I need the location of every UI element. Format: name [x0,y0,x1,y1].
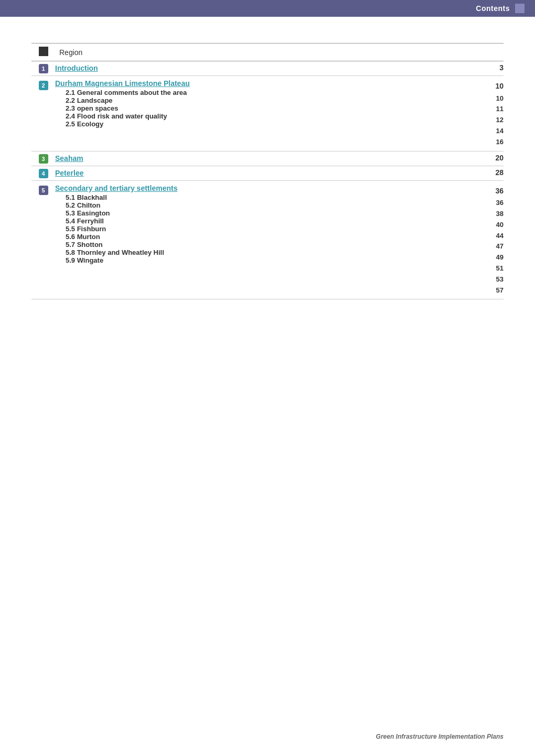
page-cell-1: 3 [472,61,504,76]
toc-row-2: 2 Durham Magnesian Limestone Plateau 2.1… [31,76,504,152]
sub-title-5-8: 5.8 Thornley and Wheatley Hill [55,249,164,256]
sub-page-5-9: 57 [488,285,504,296]
title-cell-5: Secondary and tertiary settlements 5.1 B… [55,180,472,299]
page-num-1: 3 [499,63,504,72]
header-bar: Contents [0,0,535,17]
sub-item-5-3: 5.3 Easington [55,209,472,217]
page-cell-4: 28 [472,166,504,180]
sub-title-5-4: 5.4 Ferryhill [55,217,104,225]
sub-page-5-1: 36 [488,198,504,209]
sub-title-2-2: 2.2 Landscape [55,96,113,104]
sub-page-5-3: 40 [488,220,504,231]
sub-title-5-5: 5.5 Fishburn [55,225,106,233]
sub-page-5-5: 47 [488,241,504,252]
sub-item-5-5: 5.5 Fishburn [55,225,472,233]
page-num-4: 28 [495,168,504,177]
sub-item-5-9: 5.9 Wingate [55,256,472,264]
sub-item-5-1: 5.1 Blackhall [55,193,472,201]
sub-page-5-4: 44 [488,231,504,242]
sub-item-5-7: 5.7 Shotton [55,241,472,249]
sub-title-2-1: 2.1 General comments about the area [55,89,187,96]
header-region-label: Region [55,48,82,57]
badge-cell-4: 4 [31,166,55,180]
toc-header-row: Region [31,44,504,61]
sub-page-2-1: 10 [488,93,504,104]
sub-page-5-7: 51 [488,263,504,274]
badge-3: 3 [39,154,48,164]
sub-item-5-2: 5.2 Chilton [55,201,472,209]
link-seaham[interactable]: Seaham [55,154,83,163]
link-secondary[interactable]: Secondary and tertiary settlements [55,184,472,192]
sub-title-5-7: 5.7 Shotton [55,241,103,249]
header-icon-cell [31,44,55,61]
sub-page-2-5: 16 [488,137,504,148]
header-title: Contents [476,4,510,13]
page-num-5: 36 [495,184,504,198]
badge-cell-3: 3 [31,151,55,166]
sub-page-2-2: 11 [488,104,504,115]
sub-title-5-2: 5.2 Chilton [55,201,100,209]
page-cell-3: 20 [472,151,504,166]
sub-title-5-9: 5.9 Wingate [55,256,103,264]
sub-items-2: 2.1 General comments about the area 2.2 … [55,89,472,128]
sub-title-5-6: 5.6 Murton [55,233,100,241]
title-cell-3: Seaham [55,151,472,166]
footer-text: Green Infrastructure Implementation Plan… [376,733,504,740]
sub-item-2-2: 2.2 Landscape [55,96,472,104]
sub-title-2-4: 2.4 Flood risk and water quality [55,112,167,120]
sub-item-2-3: 2.3 open spaces [55,104,472,112]
link-introduction[interactable]: Introduction [55,64,98,72]
sub-item-2-4: 2.4 Flood risk and water quality [55,112,472,120]
sub-item-2-5: 2.5 Ecology [55,120,472,128]
footer: Green Infrastructure Implementation Plan… [376,733,504,740]
badge-2: 2 [39,81,48,90]
badge-cell-1: 1 [31,61,55,76]
toc-row-4: 4 Peterlee 28 [31,166,504,180]
title-cell-2: Durham Magnesian Limestone Plateau 2.1 G… [55,76,472,152]
title-cell-1: Introduction [55,61,472,76]
header-region-cell: Region [55,44,472,61]
toc-row-1: 1 Introduction 3 [31,61,504,76]
badge-1: 1 [39,64,48,73]
toc-row-3: 3 Seaham 20 [31,151,504,166]
page-num-3: 20 [495,154,504,162]
header-accent [515,4,525,13]
link-durham[interactable]: Durham Magnesian Limestone Plateau [55,79,472,88]
sub-item-2-1: 2.1 General comments about the area [55,89,472,96]
header-page-cell [472,44,504,61]
sub-title-2-5: 2.5 Ecology [55,120,103,128]
sub-item-5-6: 5.6 Murton [55,233,472,241]
region-icon [39,47,48,56]
toc-table: Region 1 Introduction 3 2 Durham Magnesi… [31,43,504,299]
sub-items-5: 5.1 Blackhall 5.2 Chilton 5.3 Easington … [55,193,472,264]
sub-page-2-4: 14 [488,126,504,137]
badge-4: 4 [39,169,48,178]
toc-row-5: 5 Secondary and tertiary settlements 5.1… [31,180,504,299]
sub-title-5-3: 5.3 Easington [55,209,110,217]
badge-cell-2: 2 [31,76,55,152]
link-peterlee[interactable]: Peterlee [55,169,83,177]
badge-5: 5 [39,186,48,195]
page-cell-2: 10 10 11 12 14 16 [472,76,504,152]
content-area: Region 1 Introduction 3 2 Durham Magnesi… [0,17,535,331]
sub-page-2-3: 12 [488,115,504,126]
sub-title-2-3: 2.3 open spaces [55,104,118,112]
page-cell-5: 36 36 38 40 44 47 49 51 53 57 [472,180,504,299]
sub-item-5-8: 5.8 Thornley and Wheatley Hill [55,249,472,256]
badge-cell-5: 5 [31,180,55,299]
sub-title-5-1: 5.1 Blackhall [55,193,107,201]
sub-page-5-6: 49 [488,252,504,263]
page-num-2: 10 [495,79,504,93]
sub-page-5-8: 53 [488,274,504,285]
sub-item-5-4: 5.4 Ferryhill [55,217,472,225]
title-cell-4: Peterlee [55,166,472,180]
sub-page-5-2: 38 [488,209,504,220]
